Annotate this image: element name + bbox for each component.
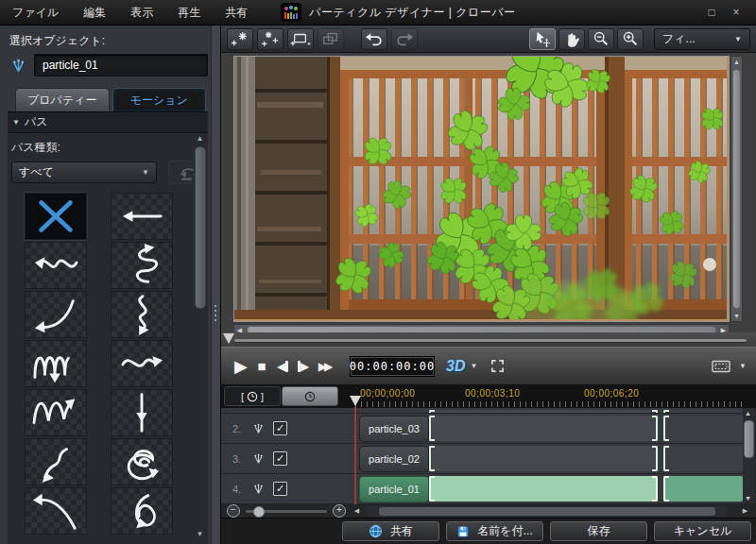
zoom-out-tool[interactable] [588,28,614,50]
path-thumb-curve-down-left[interactable] [25,438,87,485]
sidebar-scrollbar-thumb[interactable] [195,146,206,309]
path-thumb-oval-loop[interactable] [111,487,173,535]
seek-thumb[interactable] [223,333,234,344]
timeline-mode-project-button[interactable]: [ ] [224,386,281,406]
timeline-zoom-out-button[interactable]: − [227,504,240,518]
path-thumb-none[interactable] [25,193,87,240]
scrollbar-thumb[interactable] [379,507,715,516]
track-visible-checkbox[interactable]: ✓ [273,482,287,496]
path-thumb-big-wave-up-right[interactable] [25,389,87,436]
menu-play[interactable]: 再生 [165,0,213,25]
path-thumb-wave-left[interactable] [25,242,87,289]
playhead-marker[interactable] [350,396,361,406]
clip-segment-selected[interactable] [664,476,746,502]
tab-properties[interactable]: プロパティー [15,88,110,111]
clip-segment[interactable] [664,410,743,413]
pan-tool[interactable] [558,28,585,50]
add-effect-button[interactable] [257,28,284,50]
zoom-slider-thumb[interactable] [253,506,265,518]
path-thumb-straight-left[interactable] [111,193,173,240]
save-button[interactable]: 保存 [550,521,647,541]
timeline-panel: [ ] 00;00;00;00 00;00;03;10 00;00;06;20 [221,384,756,518]
fullscreen-icon[interactable] [490,359,505,373]
duplicate-button[interactable] [318,28,344,50]
clip-segment[interactable] [430,416,657,441]
close-button[interactable]: × [726,4,747,21]
play-button[interactable]: ▶ [231,355,251,378]
menu-edit[interactable]: 編集 [71,0,118,25]
display-options-icon[interactable] [712,360,730,373]
panel-splitter[interactable] [211,26,220,544]
path-thumb-straight-down[interactable] [111,389,173,436]
menu-file[interactable]: ファイル [0,0,71,25]
add-object-button[interactable] [287,28,314,50]
path-thumb-arc-up-left[interactable] [25,487,87,535]
seek-track[interactable] [234,339,747,342]
scroll-up-icon[interactable]: ▲ [743,408,753,418]
redo-button[interactable] [391,28,418,50]
timeline-mode-clip-button[interactable] [282,386,338,406]
timeline-zoom-slider[interactable] [246,510,327,513]
path-thumb-snake-down[interactable] [111,291,173,338]
next-frame-button[interactable]: ▶ [293,355,314,378]
timeline-horizontal-scrollbar[interactable] [368,506,727,517]
add-particle-button[interactable] [227,28,253,50]
clip-segment[interactable] [664,416,746,441]
scroll-down-icon[interactable]: ▼ [731,311,742,321]
scrollbar-thumb[interactable] [744,420,754,458]
previous-frame-button[interactable]: ◀ [272,355,293,378]
clip-segment[interactable] [430,446,657,471]
select-move-tool[interactable] [529,28,556,50]
scroll-left-icon[interactable]: ◀ [352,507,362,515]
titlebar: ファイル 編集 表示 再生 共有 パーティクル デザイナー | クローバー □ … [0,0,756,26]
particle-designer-window: ファイル 編集 表示 再生 共有 パーティクル デザイナー | クローバー □ … [0,0,756,544]
seek-bar[interactable] [221,332,756,347]
path-thumb-arc-down-left[interactable] [25,291,87,338]
collapse-triangle-icon: ▼ [12,118,20,127]
timeline-vertical-scrollbar[interactable]: ▲ ▼ [743,408,755,503]
3d-dropdown-icon[interactable]: ▼ [470,362,477,370]
cancel-button[interactable]: キャンセル [654,521,751,541]
tab-motion[interactable]: モーション [112,88,207,111]
stop-button[interactable]: ■ [251,355,272,378]
maximize-button[interactable]: □ [701,4,722,21]
path-type-dropdown[interactable]: すべて ▼ [11,162,157,183]
save-as-button[interactable]: 名前を付... [446,521,543,541]
timeline-zoom-in-button[interactable]: + [333,504,346,518]
zoom-fit-dropdown[interactable]: フィ... ▼ [654,28,750,50]
clip-segment-selected[interactable] [430,476,657,502]
chevron-down-icon[interactable]: ▼ [739,362,747,370]
preview-canvas[interactable] [233,56,730,322]
path-section-header[interactable]: ▼ パス [8,111,208,132]
scroll-up-icon[interactable]: ▲ [731,57,742,67]
scrollbar-thumb[interactable] [732,69,741,309]
fast-forward-button[interactable]: ▶▶ [314,355,335,378]
path-thumb-loops-down[interactable] [25,340,87,387]
menu-view[interactable]: 表示 [118,0,165,25]
scroll-up-icon[interactable]: ▲ [194,133,206,144]
clip-label-selected[interactable]: particle_01 [359,476,429,502]
undo-button[interactable] [361,28,387,50]
track-row-selected: 4. ✓ particle_01 [221,474,743,503]
path-thumb-spiral[interactable] [111,438,173,485]
preview-toolbar: フィ... ▼ [221,26,756,53]
menu-share[interactable]: 共有 [213,0,260,25]
sidebar-scrollbar[interactable]: ▲ ▼ [194,133,206,540]
path-thumb-zigzag-serpentine[interactable] [111,242,173,289]
scroll-right-icon[interactable]: ▶ [740,507,750,515]
scroll-down-icon[interactable]: ▼ [194,529,206,540]
track-number: 3. [232,453,244,465]
zoom-in-tool[interactable] [617,28,644,50]
clip-segment[interactable] [430,410,657,413]
3d-mode-button[interactable]: 3D [446,358,465,375]
track-visible-checkbox[interactable]: ✓ [273,421,287,435]
clip-label[interactable]: particle_03 [359,416,429,442]
clip-segment[interactable] [664,446,746,471]
track-visible-checkbox[interactable]: ✓ [273,451,287,466]
scroll-down-icon[interactable]: ▼ [743,493,753,503]
share-button[interactable]: 共有 [342,521,439,541]
selected-object-field[interactable]: particle_01 [34,54,208,76]
clip-label[interactable]: particle_02 [359,446,429,472]
path-thumb-wave-right[interactable] [111,340,173,387]
preview-vertical-scrollbar[interactable]: ▲ ▼ [730,56,743,322]
